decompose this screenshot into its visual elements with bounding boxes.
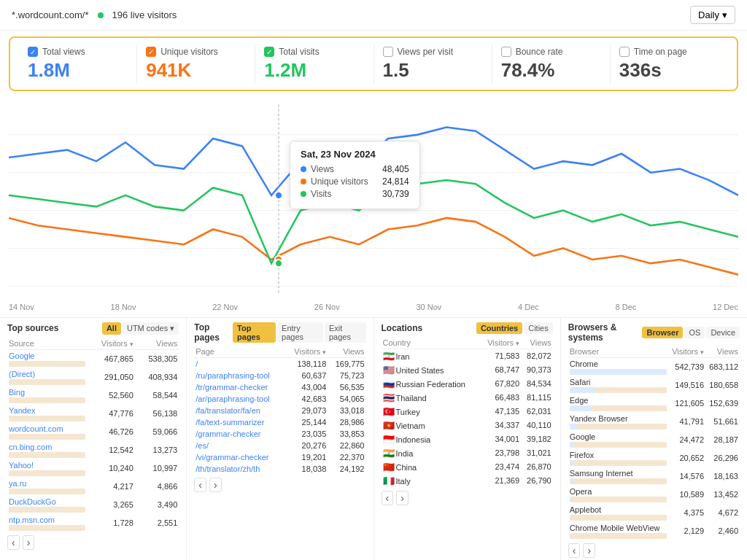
page-views: 24,192 <box>328 463 365 475</box>
table-row: 🇷🇺Russian Federation 67,820 84,534 <box>382 377 553 391</box>
browsers-prev[interactable]: ‹ <box>568 543 581 558</box>
page-visitors: 60,637 <box>286 370 328 381</box>
sources-nav: ‹ › <box>7 535 179 550</box>
table-row: /ru/paraphrasing-tool 60,637 75,723 <box>194 370 365 381</box>
label-unique-visitors: Unique visitors <box>160 47 218 57</box>
page-visitors: 23,035 <box>286 428 328 440</box>
checkbox-unique-visitors[interactable]: ✓ <box>146 47 156 57</box>
col-views-loc[interactable]: Views <box>521 337 553 349</box>
browsers-nav: ‹ › <box>568 543 740 558</box>
browser-views: 13,452 <box>705 486 740 504</box>
table-row: DuckDuckGo 3,265 3,490 <box>7 496 179 514</box>
locations-tabs: Countries Cities <box>476 322 553 334</box>
table-row: 🇹🇷Turkey 47,135 62,031 <box>382 405 553 419</box>
chevron-down-icon: ▾ <box>722 9 727 20</box>
source-views: 58,544 <box>135 386 179 405</box>
metric-total-views[interactable]: ✓ Total views 1.8M <box>19 44 136 84</box>
col-page[interactable]: Page <box>194 346 286 358</box>
col-browser[interactable]: Browser <box>568 346 668 358</box>
col-source[interactable]: Source <box>7 338 87 350</box>
table-row: Samsung Internet 14,576 18,163 <box>568 467 740 486</box>
page-views: 33,018 <box>328 405 365 416</box>
tab-os[interactable]: OS <box>684 327 705 338</box>
metric-total-visits[interactable]: ✓ Total visits 1.2M <box>255 44 373 84</box>
site-label: *.wordcount.com/* <box>12 9 89 20</box>
tab-browser[interactable]: Browser <box>642 327 683 338</box>
page-path: /ar/paraphrasing-tool <box>194 393 286 405</box>
metric-time-on-page[interactable]: Time on page 336s <box>610 44 728 84</box>
col-visitors[interactable]: Visitors ▾ <box>87 338 135 350</box>
daily-button[interactable]: Daily ▾ <box>690 6 735 24</box>
checkbox-views-per-visit[interactable] <box>383 47 393 57</box>
tab-countries[interactable]: Countries <box>476 322 522 334</box>
metric-unique-visitors[interactable]: ✓ Unique visitors 941K <box>136 44 255 84</box>
source-views: 3,490 <box>135 496 179 514</box>
tab-all[interactable]: All <box>102 322 121 335</box>
source-visitors: 10,240 <box>87 459 135 478</box>
page-visitors: 20,276 <box>286 440 328 451</box>
browser-visitors: 10,589 <box>668 486 705 504</box>
page-views: 28,986 <box>328 416 365 428</box>
browser-visitors: 2,129 <box>668 522 705 540</box>
browser-views: 26,296 <box>705 449 740 467</box>
sources-next[interactable]: › <box>23 535 35 550</box>
country-views: 31,021 <box>521 446 553 460</box>
col-country[interactable]: Country <box>382 337 481 349</box>
source-name: (Direct) <box>7 368 87 386</box>
col-views-browsers[interactable]: Views <box>705 346 740 358</box>
source-visitors: 47,776 <box>87 405 135 423</box>
checkbox-time-on-page[interactable] <box>619 47 630 57</box>
country-name: 🇻🇳Vietnam <box>382 419 481 432</box>
source-views: 59,066 <box>135 423 179 441</box>
browser-views: 683,112 <box>705 357 740 376</box>
country-views: 39,182 <box>521 432 553 446</box>
browsers-next[interactable]: › <box>583 543 595 558</box>
tab-device[interactable]: Device <box>706 327 740 338</box>
x-label: 12 Dec <box>713 303 738 311</box>
locations-header: Locations Countries Cities <box>382 322 553 334</box>
col-visitors-pages[interactable]: Visitors ▾ <box>286 346 328 358</box>
checkbox-total-visits[interactable]: ✓ <box>264 47 274 57</box>
source-visitors: 12,542 <box>87 441 135 459</box>
tab-top-pages[interactable]: Top pages <box>233 322 276 343</box>
country-views: 84,534 <box>521 377 553 391</box>
col-views-pages[interactable]: Views <box>328 346 365 358</box>
country-name: 🇮🇳India <box>382 446 481 460</box>
metrics-bar: ✓ Total views 1.8M ✓ Unique visitors 941… <box>9 36 738 91</box>
page-path: /th/translator/zh/th <box>194 463 286 475</box>
pages-prev[interactable]: ‹ <box>194 478 206 492</box>
table-row: /ar/paraphrasing-tool 42,683 54,065 <box>194 393 365 405</box>
country-views: 62,031 <box>521 405 553 419</box>
checkbox-bounce-rate[interactable] <box>501 47 511 57</box>
browser-views: 152,639 <box>705 394 740 413</box>
sources-prev[interactable]: ‹ <box>7 535 20 550</box>
checkbox-total-views[interactable]: ✓ <box>28 47 38 57</box>
browser-views: 51,661 <box>705 413 740 431</box>
metric-views-per-visit[interactable]: Views per visit 1.5 <box>374 44 492 84</box>
table-row: /es/ 20,276 22,860 <box>194 440 365 451</box>
metric-bounce-rate[interactable]: Bounce rate 78.4% <box>492 44 610 84</box>
locations-prev[interactable]: ‹ <box>382 491 394 505</box>
source-name: Bing <box>7 386 87 405</box>
col-visitors-loc[interactable]: Visitors ▾ <box>481 337 522 349</box>
pages-next[interactable]: › <box>209 478 222 492</box>
page-path: /vi/grammar-checker <box>194 451 286 463</box>
locations-next[interactable]: › <box>396 491 409 505</box>
table-row: Yandex Browser 41,791 51,661 <box>568 413 740 431</box>
tab-exit[interactable]: Exit pages <box>325 322 366 343</box>
tab-entry[interactable]: Entry pages <box>277 322 323 343</box>
col-visitors-browsers[interactable]: Visitors ▾ <box>668 346 705 358</box>
country-name: 🇹🇷Turkey <box>382 405 481 419</box>
source-visitors: 52,560 <box>87 386 135 405</box>
top-pages-tabs: Top pages Entry pages Exit pages <box>233 322 365 343</box>
tab-utm[interactable]: UTM codes ▾ <box>123 322 179 335</box>
page-views: 75,723 <box>328 370 365 381</box>
source-name: DuckDuckGo <box>7 496 87 514</box>
label-total-visits: Total visits <box>279 47 319 57</box>
col-views[interactable]: Views <box>135 338 179 350</box>
tab-cities[interactable]: Cities <box>524 322 553 334</box>
table-row: /fa/text-summarizer 25,144 28,986 <box>194 416 365 428</box>
browsers-table: Browser Visitors ▾ Views Chrome 542,739 … <box>568 346 740 540</box>
page-visitors: 138,118 <box>286 357 328 370</box>
browser-views: 4,672 <box>705 504 740 522</box>
